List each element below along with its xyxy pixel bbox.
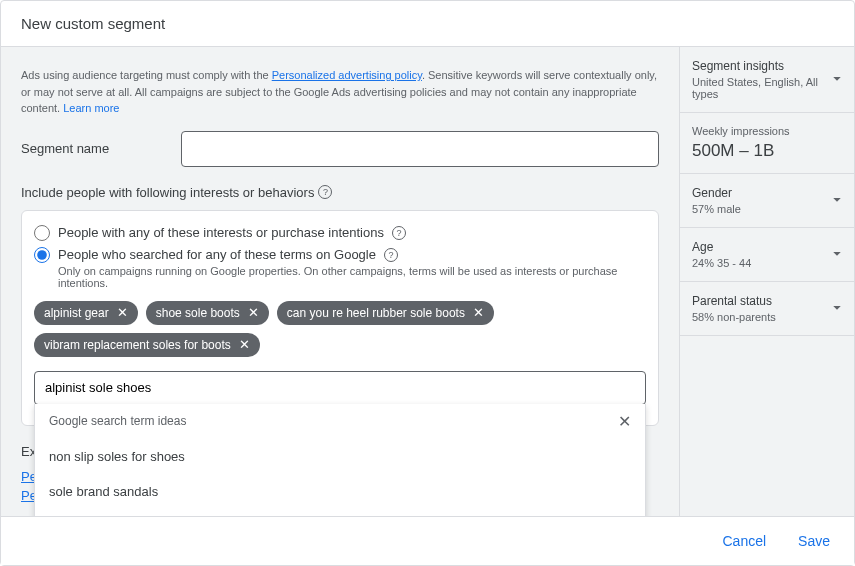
chip-remove-icon[interactable]: ✕ bbox=[239, 338, 250, 351]
impressions-label: Weekly impressions bbox=[692, 125, 844, 137]
suggestions-header: Google search term ideas ✕ bbox=[35, 404, 645, 439]
parental-section[interactable]: Parental status 58% non-parents bbox=[680, 282, 854, 336]
parental-value: 58% non-parents bbox=[692, 311, 844, 323]
chip[interactable]: vibram replacement soles for boots ✕ bbox=[34, 333, 260, 357]
impressions-value: 500M – 1B bbox=[692, 141, 844, 161]
radio-interests-input[interactable] bbox=[34, 225, 50, 241]
search-term-input[interactable] bbox=[34, 371, 646, 405]
include-label: Include people with following interests … bbox=[21, 185, 659, 200]
radio-searched-label: People who searched for any of these ter… bbox=[58, 247, 376, 262]
close-icon[interactable]: ✕ bbox=[618, 412, 631, 431]
suggestions-header-text: Google search term ideas bbox=[49, 414, 186, 428]
chip-remove-icon[interactable]: ✕ bbox=[473, 306, 484, 319]
suggestion-item[interactable]: rubber soles for shoes bbox=[35, 509, 645, 517]
segment-name-label: Segment name bbox=[21, 141, 181, 156]
segment-name-input[interactable] bbox=[181, 131, 659, 167]
disclaimer-pre: Ads using audience targeting must comply… bbox=[21, 69, 272, 81]
targeting-card: People with any of these interests or pu… bbox=[21, 210, 659, 426]
insights-title: Segment insights bbox=[692, 59, 844, 73]
dialog-body: Ads using audience targeting must comply… bbox=[1, 47, 854, 516]
disclaimer-text: Ads using audience targeting must comply… bbox=[21, 67, 659, 117]
radio-searched-note: Only on campaigns running on Google prop… bbox=[58, 265, 646, 289]
help-icon[interactable]: ? bbox=[392, 226, 406, 240]
chip-label: shoe sole boots bbox=[156, 306, 240, 320]
chevron-down-icon[interactable] bbox=[828, 69, 846, 90]
chip-label: vibram replacement soles for boots bbox=[44, 338, 231, 352]
dialog-title: New custom segment bbox=[1, 1, 854, 47]
radio-interests[interactable]: People with any of these interests or pu… bbox=[34, 225, 646, 241]
age-label: Age bbox=[692, 240, 844, 254]
gender-section[interactable]: Gender 57% male bbox=[680, 174, 854, 228]
include-label-text: Include people with following interests … bbox=[21, 185, 314, 200]
save-button[interactable]: Save bbox=[794, 527, 834, 555]
chip-remove-icon[interactable]: ✕ bbox=[248, 306, 259, 319]
insights-sub: United States, English, All types bbox=[692, 76, 844, 100]
suggestion-item[interactable]: non slip soles for shoes bbox=[35, 439, 645, 474]
insights-sidebar: Segment insights United States, English,… bbox=[679, 47, 854, 516]
radio-interests-label: People with any of these interests or pu… bbox=[58, 225, 384, 240]
chip[interactable]: shoe sole boots ✕ bbox=[146, 301, 269, 325]
age-value: 24% 35 - 44 bbox=[692, 257, 844, 269]
term-chips: alpinist gear ✕ shoe sole boots ✕ can yo… bbox=[34, 301, 646, 357]
parental-label: Parental status bbox=[692, 294, 844, 308]
impressions-section: Weekly impressions 500M – 1B bbox=[680, 113, 854, 174]
chevron-down-icon[interactable] bbox=[828, 298, 846, 319]
suggestion-item[interactable]: sole brand sandals bbox=[35, 474, 645, 509]
learn-more-link[interactable]: Learn more bbox=[63, 102, 119, 114]
search-term-wrap: Google search term ideas ✕ non slip sole… bbox=[34, 371, 646, 405]
chip-remove-icon[interactable]: ✕ bbox=[117, 306, 128, 319]
insights-section: Segment insights United States, English,… bbox=[680, 47, 854, 113]
chevron-down-icon[interactable] bbox=[828, 190, 846, 211]
main-column: Ads using audience targeting must comply… bbox=[1, 47, 679, 516]
radio-searched-input[interactable] bbox=[34, 247, 50, 263]
policy-link[interactable]: Personalized advertising policy bbox=[272, 69, 422, 81]
gender-label: Gender bbox=[692, 186, 844, 200]
cancel-button[interactable]: Cancel bbox=[718, 527, 770, 555]
chip-label: alpinist gear bbox=[44, 306, 109, 320]
chip[interactable]: can you re heel rubber sole boots ✕ bbox=[277, 301, 494, 325]
radio-searched[interactable]: People who searched for any of these ter… bbox=[34, 247, 646, 263]
chip-label: can you re heel rubber sole boots bbox=[287, 306, 465, 320]
age-section[interactable]: Age 24% 35 - 44 bbox=[680, 228, 854, 282]
suggestions-dropdown: Google search term ideas ✕ non slip sole… bbox=[34, 404, 646, 517]
chip[interactable]: alpinist gear ✕ bbox=[34, 301, 138, 325]
segment-name-row: Segment name bbox=[21, 131, 659, 167]
chevron-down-icon[interactable] bbox=[828, 244, 846, 265]
help-icon[interactable]: ? bbox=[384, 248, 398, 262]
dialog-footer: Cancel Save bbox=[1, 516, 854, 565]
help-icon[interactable]: ? bbox=[318, 185, 332, 199]
gender-value: 57% male bbox=[692, 203, 844, 215]
new-segment-dialog: New custom segment Ads using audience ta… bbox=[0, 0, 855, 566]
